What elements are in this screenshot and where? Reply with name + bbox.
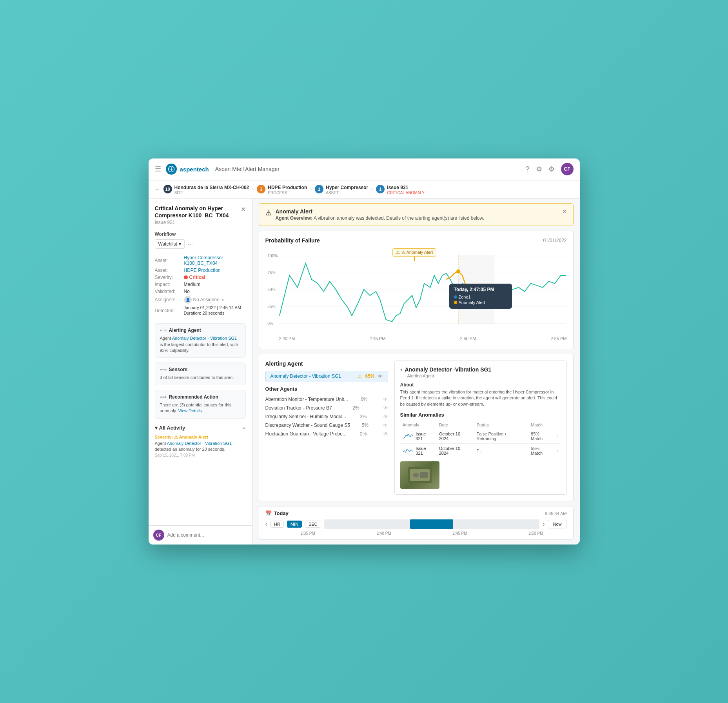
alert-warning-icon: ⚠ — [265, 209, 272, 217]
filter-icon[interactable]: ≡ — [243, 425, 246, 431]
help-icon[interactable]: ? — [525, 165, 529, 173]
detector-title: Anomaly Detector -Vibration SG1 — [405, 366, 492, 373]
main-content: ⚠ Anomaly Alert Agent Overview: A vibrat… — [252, 199, 580, 545]
asset2-row: Asset: HDPE Production — [155, 268, 246, 273]
menu-icon[interactable]: ☰ — [155, 165, 161, 173]
settings2-icon[interactable]: ⚙ — [548, 165, 555, 173]
activity-severity-value: ⚠ Anomaly Alert — [174, 435, 208, 439]
other-agent-2: Deviation Tracker - Pressure B7 2% 👁 — [265, 404, 388, 412]
other-agent-5-eye[interactable]: 👁 — [383, 431, 388, 437]
bc-item-issue[interactable]: 1 Issue 931 CRITICAL ANOMALY — [376, 184, 425, 195]
other-agent-5-pct: 2% — [360, 431, 367, 437]
sensors-title: Sensors — [169, 367, 187, 372]
severity-dot — [184, 275, 188, 279]
activity-severity: Severity: ⚠ Anomaly Alert — [155, 435, 246, 440]
workflow-label: Workflow — [155, 231, 246, 237]
impact-label: Impact: — [155, 282, 182, 287]
eye-icon[interactable]: 👁 — [378, 373, 383, 379]
other-agents-list: Aberration Monitor - Temperature Unit...… — [265, 395, 388, 438]
other-agent-3-eye[interactable]: 👁 — [383, 414, 388, 419]
back-button[interactable]: ← — [155, 186, 160, 192]
timeline-controls: ‹ HR MIN SEC › Now — [265, 519, 567, 529]
recommended-header: ⟺ Recommended Action — [160, 394, 241, 400]
x-label-3: 2:50 PM — [460, 336, 476, 341]
validated-row: Validated: No — [155, 289, 246, 294]
timeline-bar[interactable] — [324, 519, 540, 529]
sec-button[interactable]: SEC — [305, 521, 321, 528]
more-options-button[interactable]: ··· — [188, 241, 195, 247]
all-activity-header: ▾ All Activity ≡ — [149, 421, 252, 432]
view-details-link[interactable]: View Details — [178, 408, 202, 413]
tl-label-1: 2:35 PM — [301, 531, 315, 535]
now-button[interactable]: Now — [548, 520, 566, 528]
sensors-card: ⟺ Sensors 3 of 50 sensors contibuted to … — [155, 362, 246, 385]
alerting-agent-card: ⟺ Alerting Agent Agent Anomaly Detector … — [155, 323, 246, 358]
bc-sub-asset: ASSET — [326, 191, 368, 195]
alert-banner: ⚠ Anomaly Alert Agent Overview: A vibrat… — [259, 203, 574, 226]
asset-info: Asset: Hyper Compressor K100_BC_TX04 Ass… — [149, 252, 252, 321]
alert-close-button[interactable]: ✕ — [562, 208, 567, 215]
row-chevron-1[interactable]: › — [554, 429, 561, 444]
timeline-section: 📅 Today 8:35:34 AM ‹ HR MIN SEC › — [259, 506, 574, 540]
bc-badge-issue: 1 — [376, 185, 385, 193]
asset1-link[interactable]: Hyper Compressor K100_BC_TX04 — [184, 255, 246, 266]
comment-avatar: CF — [153, 530, 164, 541]
nav-prev[interactable]: ‹ — [265, 521, 267, 528]
other-agent-3-pct: 3% — [360, 414, 367, 419]
assignee-remove[interactable]: ✕ — [221, 298, 224, 302]
svg-text:75%: 75% — [267, 271, 276, 275]
close-icon[interactable]: ✕ — [241, 206, 246, 213]
other-agent-2-pct: 2% — [352, 405, 359, 411]
other-agent-5-name: Fluctuation Guardian - Voltage Probe... — [265, 431, 347, 437]
activity-agent-link[interactable]: Anomaly Detector - Vibration SG1 — [167, 441, 232, 446]
assignee-value: No Assignee — [193, 297, 220, 302]
validated-label: Validated: — [155, 289, 182, 294]
agent-link[interactable]: Anomaly Detector - Vibration SG1 — [172, 336, 237, 341]
row-chevron-2[interactable]: › — [554, 444, 561, 458]
detector-chevron-icon[interactable]: ▾ — [400, 367, 403, 372]
bc-item-site[interactable]: 18 Honduras de la Sierra MX-CH-002 SITE — [163, 184, 249, 195]
activity-detected: detected an anomaly for 20 seconds. — [155, 447, 225, 452]
user-avatar[interactable]: CF — [561, 163, 574, 175]
asset2-link[interactable]: HDPE Production — [184, 268, 221, 273]
severity-row: Severity: Critical — [155, 275, 246, 280]
col-match: Match — [528, 421, 554, 429]
anomaly-2-name: Issue 321 — [416, 446, 434, 455]
settings1-icon[interactable]: ⚙ — [536, 165, 542, 173]
asset1-label: Asset: — [155, 258, 182, 263]
other-agent-2-eye[interactable]: 👁 — [383, 405, 388, 411]
bc-arrow-1: › — [252, 186, 254, 192]
asset1-row: Asset: Hyper Compressor K100_BC_TX04 — [155, 255, 246, 266]
anomaly-alert-label: Anomaly Alert — [459, 300, 485, 305]
sidebar-title: Critical Anomaly on Hyper Compressor K10… — [155, 205, 241, 219]
min-button[interactable]: MIN — [287, 521, 302, 528]
tooltip-row-2: Anomaly Alert — [454, 300, 507, 305]
similar-anomalies-title: Similar Anomalies — [400, 412, 561, 418]
chart-x-labels: 2:40 PM 2:45 PM 2:50 PM 2:55 PM — [265, 335, 567, 342]
bc-item-asset[interactable]: 1 Hyper Compressor ASSET — [315, 184, 368, 195]
logo-text: aspentech — [180, 166, 209, 173]
other-agent-1-eye[interactable]: 👁 — [383, 397, 388, 402]
other-agent-4-eye[interactable]: 👁 — [383, 423, 388, 428]
collapse-icon[interactable]: ▾ — [155, 425, 158, 431]
agents-section: Alerting Agent Anomaly Detector - Vibrat… — [259, 354, 574, 501]
probability-chart: 100% 75% 50% 25% 0% — [265, 248, 567, 335]
assignee-icon: 👤 — [184, 296, 192, 304]
bc-item-process[interactable]: 3 HDPE Production PROCESS — [257, 184, 307, 195]
activity-severity-label: Severity: — [155, 435, 173, 439]
asset2-label: Asset: — [155, 268, 182, 273]
comment-input[interactable] — [167, 532, 247, 538]
zone1-dot — [454, 295, 457, 299]
col-anomaly: Anomaly — [400, 421, 437, 429]
nav-next[interactable]: › — [543, 521, 545, 528]
table-row: Issue 321 October 10, 2024 False Positiv… — [400, 429, 561, 444]
detected-label: Detected: — [155, 308, 182, 313]
hr-button[interactable]: HR — [271, 521, 284, 528]
x-label-1: 2:40 PM — [279, 336, 295, 341]
sidebar: Critical Anomaly on Hyper Compressor K10… — [149, 199, 252, 545]
other-agent-1-name: Aberration Monitor - Temperature Unit... — [265, 397, 348, 402]
watchlist-select[interactable]: Watchlist ▾ — [155, 239, 185, 249]
chart-section: Probability of Failure 01/01/2022 ⚠ ⚠ An… — [259, 231, 574, 349]
anomaly-1-name: Issue 321 — [416, 432, 434, 441]
agent-pct: 65% — [365, 373, 374, 379]
